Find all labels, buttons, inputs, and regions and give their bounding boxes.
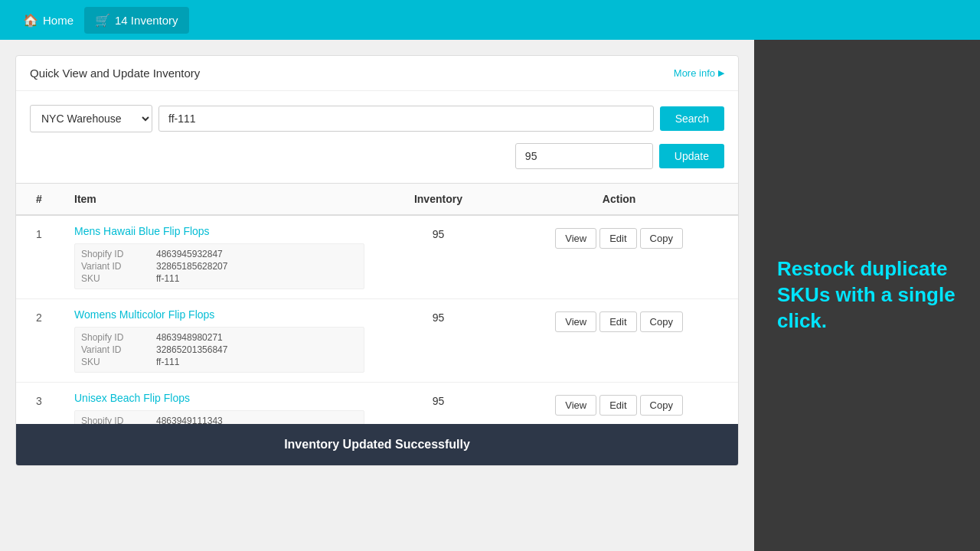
- col-action: Action: [500, 184, 738, 216]
- item-cell: Mens Hawaii Blue Flip Flops Shopify ID 4…: [62, 215, 377, 299]
- card-header: Quick View and Update Inventory More inf…: [16, 56, 738, 91]
- action-buttons: View Edit Copy: [506, 228, 732, 249]
- item-name[interactable]: Unisex Beach Flip Flops: [74, 392, 364, 404]
- view-button[interactable]: View: [555, 395, 596, 416]
- inventory-card: Quick View and Update Inventory More inf…: [15, 55, 739, 466]
- item-name[interactable]: Mens Hawaii Blue Flip Flops: [74, 225, 364, 237]
- col-item: Item: [62, 184, 377, 216]
- quantity-input[interactable]: [515, 143, 653, 169]
- item-meta: Shopify ID 4863945932847 Variant ID 3286…: [74, 243, 364, 289]
- table-row: 1 Mens Hawaii Blue Flip Flops Shopify ID…: [16, 215, 738, 299]
- action-buttons: View Edit Copy: [506, 395, 732, 416]
- edit-button[interactable]: Edit: [599, 311, 636, 332]
- variant-id-value: 32865201356847: [156, 344, 358, 355]
- sku-label: SKU: [81, 273, 150, 284]
- nav-inventory-label: 14 Inventory: [115, 14, 178, 27]
- main-layout: Quick View and Update Inventory More inf…: [0, 40, 980, 551]
- shopify-id-label: Shopify ID: [81, 332, 150, 343]
- search-button[interactable]: Search: [660, 106, 724, 131]
- card-title: Quick View and Update Inventory: [30, 67, 200, 80]
- variant-id-label: Variant ID: [81, 261, 150, 272]
- action-cell: View Edit Copy: [500, 299, 738, 383]
- shopify-id-value: 4863948980271: [156, 332, 358, 343]
- right-sidebar: Restock duplicate SKUs with a single cli…: [754, 40, 980, 551]
- item-cell: Womens Multicolor Flip Flops Shopify ID …: [62, 299, 377, 383]
- nav-inventory[interactable]: 🛒 14 Inventory: [84, 7, 189, 34]
- item-meta: Shopify ID 4863948980271 Variant ID 3286…: [74, 327, 364, 373]
- warehouse-select[interactable]: NYC WarehouseLA WarehouseChicago Warehou…: [30, 105, 152, 132]
- top-navigation: 🏠 Home 🛒 14 Inventory: [0, 0, 980, 40]
- nav-home[interactable]: 🏠 Home: [12, 7, 84, 34]
- inventory-table: # Item Inventory Action 1 Mens Hawaii Bl…: [16, 183, 738, 465]
- home-icon: 🏠: [23, 13, 38, 28]
- search-bar: NYC WarehouseLA WarehouseChicago Warehou…: [16, 91, 738, 140]
- action-cell: View Edit Copy: [500, 215, 738, 299]
- edit-button[interactable]: Edit: [599, 395, 636, 416]
- col-num: #: [16, 184, 62, 216]
- success-message: Inventory Updated Successfully: [284, 438, 470, 451]
- cart-icon: 🛒: [95, 13, 110, 28]
- update-bar: Update: [16, 140, 738, 183]
- shopify-id-label: Shopify ID: [81, 249, 150, 259]
- variant-id-label: Variant ID: [81, 344, 150, 355]
- col-inventory: Inventory: [377, 184, 501, 216]
- view-button[interactable]: View: [555, 311, 596, 332]
- update-button[interactable]: Update: [659, 144, 724, 168]
- shopify-id-value: 4863945932847: [156, 249, 358, 259]
- copy-button[interactable]: Copy: [640, 228, 683, 249]
- sku-value: ff-111: [156, 357, 358, 367]
- variant-id-value: 32865185628207: [156, 261, 358, 272]
- inventory-count: 95: [377, 215, 501, 299]
- item-name[interactable]: Womens Multicolor Flip Flops: [74, 308, 364, 321]
- row-number: 1: [16, 215, 62, 299]
- inventory-count: 95: [377, 299, 501, 383]
- success-banner: Inventory Updated Successfully: [16, 424, 738, 465]
- sku-value: ff-111: [156, 273, 358, 284]
- table-header: # Item Inventory Action: [16, 184, 738, 216]
- sku-label: SKU: [81, 357, 150, 367]
- content-area: Quick View and Update Inventory More inf…: [0, 40, 754, 551]
- arrow-right-icon: ▶: [718, 68, 724, 78]
- copy-button[interactable]: Copy: [640, 395, 683, 416]
- table-row: 2 Womens Multicolor Flip Flops Shopify I…: [16, 299, 738, 383]
- promo-text: Restock duplicate SKUs with a single cli…: [777, 256, 957, 334]
- more-info-link[interactable]: More info ▶: [674, 67, 724, 79]
- nav-home-label: Home: [43, 14, 74, 27]
- action-buttons: View Edit Copy: [506, 311, 732, 332]
- copy-button[interactable]: Copy: [640, 311, 683, 332]
- view-button[interactable]: View: [555, 228, 596, 249]
- edit-button[interactable]: Edit: [599, 228, 636, 249]
- sku-input[interactable]: [158, 106, 654, 132]
- row-number: 2: [16, 299, 62, 383]
